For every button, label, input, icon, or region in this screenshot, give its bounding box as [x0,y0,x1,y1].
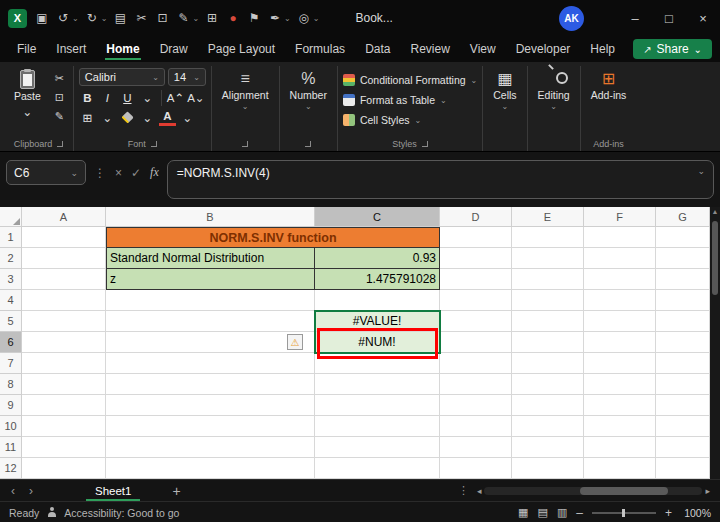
page-break-view-icon[interactable]: ▥ [557,506,567,519]
cell[interactable] [106,374,315,395]
cell[interactable] [315,374,440,395]
tab-file[interactable]: File [8,38,45,60]
tab-page-layout[interactable]: Page Layout [199,38,284,60]
column-header-d[interactable]: D [440,207,512,227]
cell[interactable] [584,290,656,311]
expand-formula-bar-icon[interactable]: ⌄ [697,166,705,176]
cell-b1-merged-title[interactable]: NORM.S.INV function [106,227,440,248]
copilot-icon[interactable]: ◎ [294,7,314,29]
column-header-g[interactable]: G [656,207,710,227]
pen-icon[interactable]: ✒ [265,7,285,29]
normal-view-icon[interactable]: ▦ [518,506,528,519]
close-button[interactable]: × [686,0,720,36]
tab-review[interactable]: Review [401,38,458,60]
cut-button[interactable]: ✂ [51,70,68,86]
save-icon[interactable]: ▣ [32,7,52,29]
previous-sheet-icon[interactable]: ‹ [4,484,22,498]
cell[interactable] [22,458,106,479]
cell[interactable] [315,395,440,416]
flag-icon[interactable]: ⚑ [244,7,264,29]
enter-icon[interactable]: ✓ [131,166,141,180]
tab-insert[interactable]: Insert [47,38,95,60]
formula-input[interactable]: =NORM.S.INV(4) ⌄ [167,160,714,199]
conditional-formatting-button[interactable]: Conditional Formatting ⌄ [343,71,477,89]
book-icon[interactable]: ▤ [110,7,130,29]
record-icon[interactable]: ● [223,7,243,29]
maximize-button[interactable]: □ [652,0,686,36]
cell[interactable] [440,374,512,395]
cell-styles-button[interactable]: Cell Styles ⌄ [343,111,477,129]
borders-dropdown-icon[interactable]: ⌄ [99,109,116,126]
cell-e2[interactable] [512,248,584,269]
row-header-4[interactable]: 4 [0,290,22,311]
cell-c6-selected[interactable]: #NUM! [315,332,440,353]
scroll-left-icon[interactable]: ◂ [477,486,482,496]
painter-dropdown-icon[interactable]: ⌄ [192,14,199,23]
cell[interactable] [106,437,315,458]
format-painter-icon[interactable]: ✎ [173,7,193,29]
insert-function-icon[interactable]: fx [150,165,159,180]
cut-icon[interactable]: ✂ [131,7,151,29]
cell[interactable] [584,353,656,374]
cell[interactable] [22,353,106,374]
cell-e6[interactable] [512,332,584,353]
page-layout-view-icon[interactable]: ▤ [537,506,547,519]
cell[interactable] [584,416,656,437]
cell-f1[interactable] [584,227,656,248]
cell[interactable] [440,395,512,416]
tabbar-options-icon[interactable]: ⋮ [458,484,469,497]
cell[interactable] [656,374,710,395]
row-header-5[interactable]: 5 [0,311,22,332]
cell-c3[interactable]: 1.475791028 [315,269,440,290]
redo-icon[interactable]: ↻ [82,7,102,29]
fill-color-button[interactable] [119,109,136,126]
share-button[interactable]: ↗ Share ⌄ [633,39,712,59]
cell[interactable] [106,395,315,416]
row-header-11[interactable]: 11 [0,437,22,458]
column-header-c[interactable]: C [315,207,440,227]
cell[interactable] [656,458,710,479]
cell[interactable] [22,437,106,458]
cell-a6[interactable] [22,332,106,353]
cells-button[interactable]: ▦ Cells ⌄ [488,68,521,112]
cell-a5[interactable] [22,311,106,332]
scroll-up-icon[interactable]: ▲ [712,207,719,217]
font-color-dropdown-icon[interactable]: ⌄ [179,109,196,126]
column-header-b[interactable]: B [106,207,315,227]
row-header-7[interactable]: 7 [0,353,22,374]
undo-dropdown-icon[interactable]: ⌄ [72,14,79,23]
column-header-e[interactable]: E [512,207,584,227]
cell[interactable] [106,458,315,479]
cell-d2[interactable] [440,248,512,269]
styles-dialog-launcher-icon[interactable] [422,141,428,147]
number-button[interactable]: % Number ⌄ [285,68,332,112]
underline-dropdown-icon[interactable]: ⌄ [139,89,156,106]
row-header-6[interactable]: 6 [0,332,22,353]
row-header-10[interactable]: 10 [0,416,22,437]
cell[interactable] [440,458,512,479]
cell[interactable] [512,374,584,395]
tab-draw[interactable]: Draw [151,38,197,60]
cell-a1[interactable] [22,227,106,248]
cell-c5[interactable]: #VALUE! [315,311,440,332]
tab-data[interactable]: Data [356,38,399,60]
cell-c2[interactable]: 0.93 [315,248,440,269]
cell-g1[interactable] [656,227,710,248]
tab-help[interactable]: Help [581,38,624,60]
row-header-12[interactable]: 12 [0,458,22,479]
format-painter-button[interactable]: ✎ [51,108,68,124]
excel-logo-icon[interactable]: X [8,9,27,28]
cell[interactable] [315,458,440,479]
scroll-right-icon[interactable]: ▸ [705,486,710,496]
cell-b2[interactable]: Standard Normal Distribution [106,248,315,269]
font-name-select[interactable]: Calibri⌄ [79,68,165,86]
cancel-icon[interactable]: × [115,166,122,180]
bold-button[interactable]: B [79,89,96,106]
cell-b5[interactable] [106,311,315,332]
zoom-slider-thumb[interactable] [622,509,625,517]
cell[interactable] [440,416,512,437]
cell[interactable] [584,374,656,395]
cell-a2[interactable] [22,248,106,269]
cell-e1[interactable] [512,227,584,248]
cell-e3[interactable] [512,269,584,290]
